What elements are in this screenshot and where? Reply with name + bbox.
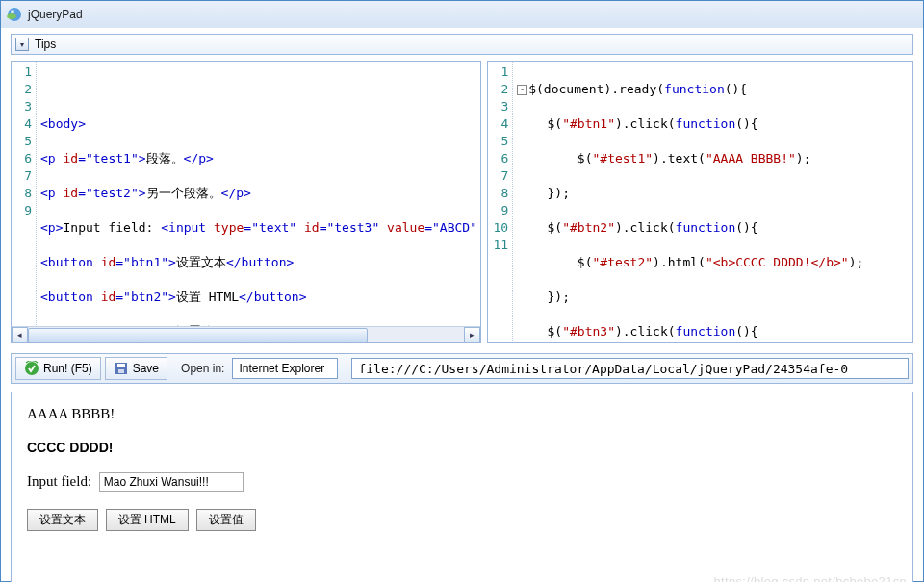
svg-rect-6	[118, 369, 124, 373]
save-icon	[114, 361, 129, 376]
html-hscrollbar[interactable]: ◂ ▸	[12, 326, 480, 342]
preview-input-label: Input field:	[27, 473, 91, 490]
browser-value: Internet Explorer	[239, 362, 324, 375]
html-editor-pane[interactable]: 1 2 3 4 5 6 7 8 9 <body> <p id="test1">段…	[11, 61, 481, 343]
preview-input-row: Input field:	[27, 472, 897, 492]
tips-bar[interactable]: ▾ Tips	[11, 34, 913, 55]
preview-buttons: 设置文本 设置 HTML 设置值	[27, 509, 897, 531]
run-button[interactable]: Run! (F5)	[15, 357, 101, 380]
window-title: jQueryPad	[28, 8, 83, 21]
js-editor-pane[interactable]: 1 2 3 4 5 6 7 8 9 10 11 -$(document).rea…	[487, 61, 913, 343]
toolbar: Run! (F5) Save Open in: Internet Explore…	[11, 353, 913, 384]
html-code[interactable]: <body> <p id="test1">段落。</p> <p id="test…	[37, 62, 480, 342]
preview-p1: AAAA BBBB!	[27, 406, 897, 422]
scroll-left-icon[interactable]: ◂	[12, 327, 28, 343]
scroll-thumb[interactable]	[28, 328, 368, 342]
preview-btn2[interactable]: 设置 HTML	[106, 509, 189, 531]
save-label: Save	[133, 362, 159, 375]
url-value: file:///C:/Users/Administrator/AppData/L…	[358, 362, 848, 376]
svg-point-2	[11, 10, 14, 13]
preview-btn3[interactable]: 设置值	[196, 509, 256, 531]
tips-label: Tips	[35, 38, 56, 51]
preview-btn1[interactable]: 设置文本	[27, 509, 98, 531]
preview-pane: AAAA BBBB! CCCC DDDD! Input field: 设置文本 …	[11, 392, 913, 582]
svg-point-1	[7, 13, 16, 19]
js-gutter: 1 2 3 4 5 6 7 8 9 10 11	[488, 62, 513, 342]
run-icon	[24, 361, 39, 376]
js-code[interactable]: -$(document).ready(function(){ $("#btn1"…	[513, 62, 912, 342]
browser-select[interactable]: Internet Explorer	[232, 358, 338, 379]
save-button[interactable]: Save	[105, 357, 167, 380]
svg-rect-5	[117, 364, 125, 367]
watermark: https://blog.csdn.net/bcbobo21cn	[714, 574, 907, 582]
fold-icon[interactable]: -	[517, 85, 527, 95]
app-icon	[7, 7, 22, 22]
preview-p2: CCCC DDDD!	[27, 440, 897, 455]
editors-split: 1 2 3 4 5 6 7 8 9 <body> <p id="test1">段…	[1, 55, 923, 343]
titlebar[interactable]: jQueryPad	[1, 1, 923, 28]
scroll-right-icon[interactable]: ▸	[464, 327, 480, 343]
open-in-label: Open in:	[171, 362, 228, 375]
html-gutter: 1 2 3 4 5 6 7 8 9	[12, 62, 37, 342]
run-label: Run! (F5)	[43, 362, 92, 375]
preview-input[interactable]	[99, 472, 244, 492]
url-field[interactable]: file:///C:/Users/Administrator/AppData/L…	[351, 358, 909, 379]
tips-dropdown-icon[interactable]: ▾	[15, 38, 29, 51]
scroll-track[interactable]	[28, 327, 464, 343]
app-window: jQueryPad ▾ Tips 1 2 3 4 5 6 7 8 9 <body…	[0, 0, 924, 582]
